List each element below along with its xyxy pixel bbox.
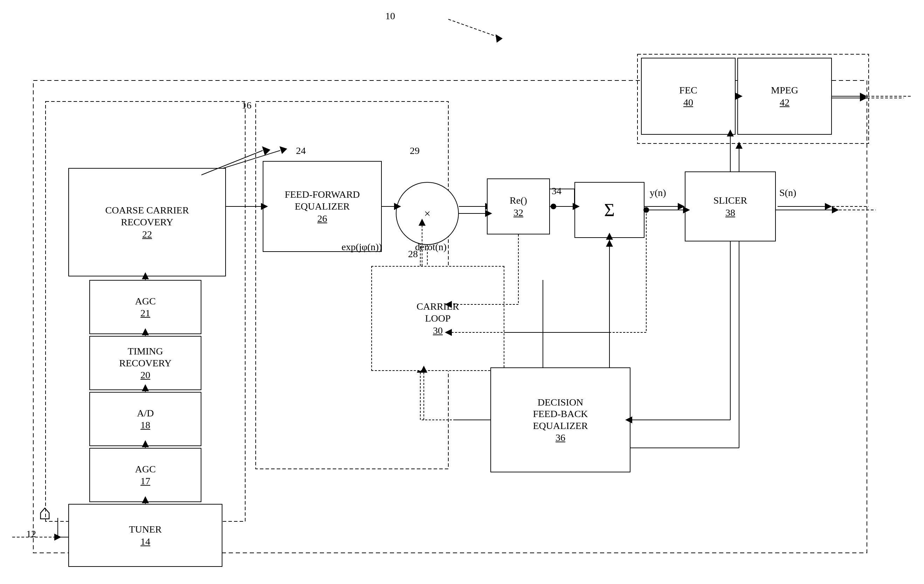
sig34-label: 34 [552,186,561,197]
carrier-loop-num: 30 [433,325,443,336]
re-label: Re() [510,194,527,206]
svg-marker-4 [54,534,61,541]
ffeq-num: 26 [317,213,327,224]
svg-point-86 [551,204,556,209]
antenna-symbol: ⌂ [38,500,51,525]
coarse-num: 22 [142,229,152,240]
multiplier-block: × [396,182,459,245]
adc-block: A/D 18 [89,392,201,446]
mpeg-block: MPEG 42 [737,58,832,135]
subsystem-16-label: 16 [242,100,251,111]
yn-label: y(n) [650,187,666,198]
tuner-block: TUNER 14 [68,504,223,567]
svg-marker-103 [860,93,867,100]
slicer-block: SLICER 38 [685,171,776,242]
derot-label: derot(n) [415,242,447,253]
fec-label: FEC [679,84,697,96]
agc21-num: 21 [140,308,150,319]
mult-top-num: 29 [410,145,420,156]
timing-label: TIMINGRECOVERY [119,345,171,369]
svg-marker-62 [279,146,287,154]
ffeq-number-top: 24 [296,145,306,156]
svg-marker-31 [860,94,867,102]
summer-block: Σ [574,182,645,238]
timing-num: 20 [140,370,150,381]
svg-marker-79 [262,146,271,155]
svg-line-63 [448,19,497,37]
agc17-block: AGC 17 [89,448,201,502]
tuner-num: 14 [140,536,150,547]
agc17-label: AGC [135,463,155,475]
carrier-loop-block: CARRIERLOOP 30 [371,266,504,371]
exp-label: exp(jφ(n)) [342,242,382,253]
re-block: Re() 32 [487,178,550,234]
mpeg-num: 42 [780,97,789,108]
svg-marker-26 [825,203,832,210]
agc17-num: 17 [140,475,150,487]
dfbeq-block: DECISIONFEED-BACKEQUALIZER 36 [490,367,630,472]
mpeg-label: MPEG [771,84,798,96]
fec-num: 40 [683,97,693,108]
coarse-block: COARSE CARRIERRECOVERY 22 [68,168,226,276]
svg-marker-35 [736,142,742,149]
svg-marker-42 [606,240,613,247]
agc21-label: AGC [135,295,155,307]
carrier-loop-label: CARRIERLOOP [416,301,459,324]
timing-block: TIMINGRECOVERY 20 [89,336,201,390]
ffeq-label: FEED-FORWARDEQUALIZER [285,189,360,212]
agc21-block: AGC 21 [89,280,201,334]
re-num: 32 [513,207,523,218]
slicer-num: 38 [725,207,735,218]
svg-marker-24 [678,203,685,210]
dfbeq-label: DECISIONFEED-BACKEQUALIZER [533,396,588,432]
slicer-label: SLICER [713,194,747,206]
summer-symbol: Σ [604,200,615,220]
svg-marker-64 [496,34,503,43]
adc-label: A/D [137,407,154,419]
adc-num: 18 [140,419,150,431]
coarse-label: COARSE CARRIERRECOVERY [106,204,189,228]
tuner-label: TUNER [129,523,162,535]
ffeq-block: FEED-FORWARDEQUALIZER 26 [263,161,382,252]
fec-block: FEC 40 [641,58,736,135]
sn-label: S(n) [779,187,796,198]
diagram: 10 ⌂ 12 TUNER 14 AGC 17 A/D 18 TIMINGREC… [0,0,924,584]
dfbeq-num: 36 [556,432,565,443]
system-number: 10 [385,10,395,22]
svg-marker-93 [832,206,839,214]
mult-symbol: × [424,207,431,220]
antenna-number: 12 [26,528,36,540]
